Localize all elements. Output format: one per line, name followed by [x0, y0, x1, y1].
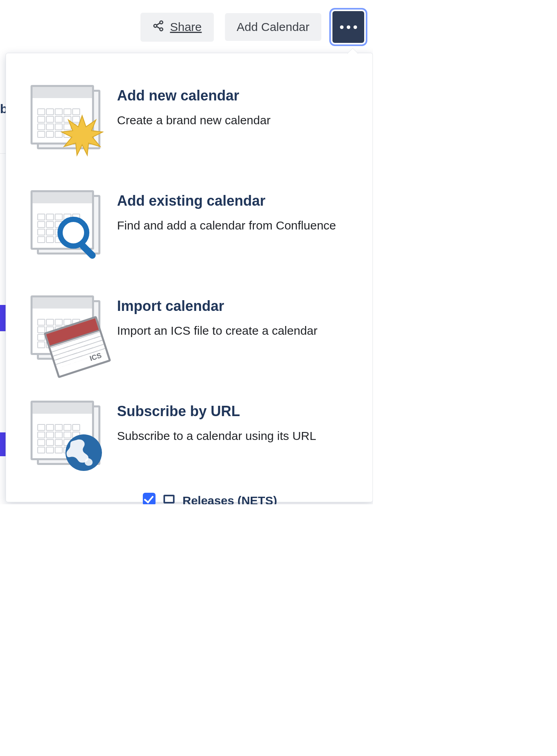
menu-item-title: Import calendar — [117, 298, 349, 314]
calendar-url-icon — [30, 401, 101, 470]
menu-item-desc: Find and add a calendar from Confluence — [117, 216, 349, 234]
calendar-small-icon — [163, 495, 175, 503]
add-calendar-button[interactable]: Add Calendar — [225, 13, 321, 41]
share-icon — [152, 20, 164, 35]
share-button[interactable]: Share — [140, 13, 213, 42]
checkbox-checked-icon[interactable] — [143, 493, 156, 504]
calendar-toolbar: Share Add Calendar — [140, 11, 364, 43]
bottom-truncated-label: Releases (NETS) — [182, 494, 277, 504]
svg-rect-7 — [78, 241, 97, 260]
menu-item-desc: Import an ICS file to create a calendar — [117, 322, 349, 339]
svg-point-1 — [160, 21, 163, 24]
menu-item-title: Subscribe by URL — [117, 403, 349, 420]
menu-item-desc: Create a brand new calendar — [117, 111, 349, 129]
svg-line-4 — [157, 26, 160, 28]
menu-item-title: Add new calendar — [117, 87, 349, 104]
svg-line-3 — [157, 23, 160, 25]
globe-icon — [64, 433, 104, 472]
menu-item-add-new-calendar[interactable]: Add new calendar Create a brand new cale… — [30, 85, 349, 154]
calendar-import-ics-icon: ICS — [30, 295, 101, 365]
svg-marker-5 — [61, 116, 103, 155]
more-actions-dropdown: Add new calendar Create a brand new cale… — [6, 53, 373, 502]
menu-item-title: Add existing calendar — [117, 193, 349, 209]
bottom-truncated-content: Releases (NETS) — [143, 492, 277, 504]
share-button-label: Share — [170, 20, 202, 34]
calendar-search-icon — [30, 190, 101, 260]
magnifying-glass-icon — [54, 214, 102, 261]
ellipsis-icon — [340, 25, 344, 29]
menu-item-import-calendar[interactable]: ICS Import calendar Import an ICS file t… — [30, 295, 349, 365]
svg-point-2 — [160, 28, 163, 31]
more-actions-button[interactable] — [332, 11, 364, 43]
menu-item-desc: Subscribe to a calendar using its URL — [117, 427, 349, 445]
star-burst-icon — [61, 114, 104, 157]
add-calendar-button-label: Add Calendar — [237, 20, 309, 34]
svg-point-6 — [60, 219, 86, 246]
svg-point-0 — [154, 24, 157, 27]
calendar-new-icon — [30, 85, 101, 154]
menu-item-subscribe-by-url[interactable]: Subscribe by URL Subscribe to a calendar… — [30, 401, 349, 470]
menu-item-add-existing-calendar[interactable]: Add existing calendar Find and add a cal… — [30, 190, 349, 260]
